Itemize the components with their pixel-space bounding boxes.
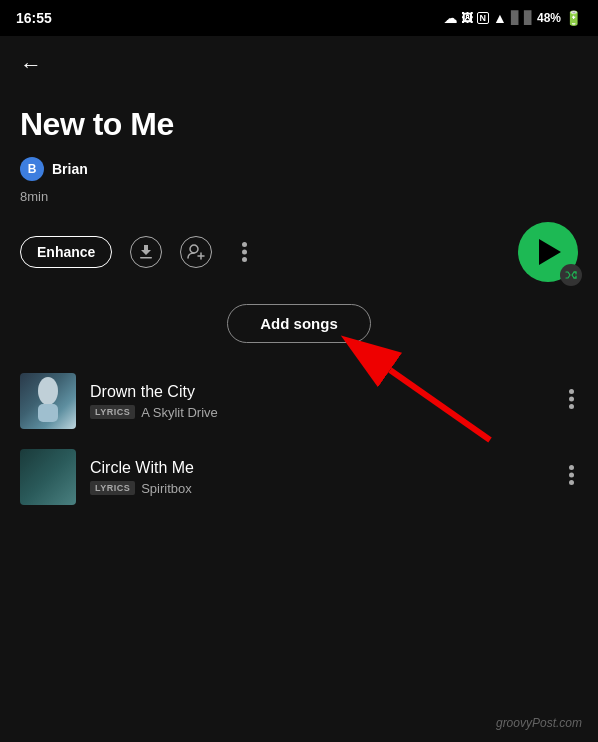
song-art-2 [20,449,76,505]
svg-rect-8 [38,404,58,422]
art-figure [28,376,68,426]
shuffle-icon [565,269,577,281]
more-dots-icon [242,242,247,262]
owner-avatar: B [20,157,44,181]
signal-icon2: ▊ [524,11,533,25]
svg-point-6 [242,257,247,262]
enhance-button[interactable]: Enhance [20,236,112,268]
play-button-wrapper [518,222,578,282]
song-more-icon-1 [569,389,574,409]
song-artist-2: Spiritbox [141,481,192,496]
playlist-duration: 8min [20,189,578,204]
svg-point-11 [569,404,574,409]
status-time: 16:55 [16,10,52,26]
song-list: Drown the City LYRICS A Skylit Drive Cir… [0,363,598,515]
svg-point-4 [242,242,247,247]
image-icon: 🖼 [461,11,473,25]
status-icons: ☁ 🖼 N ▲ ▊ ▊ 48% 🔋 [444,10,582,26]
svg-point-5 [242,250,247,255]
main-content: ← New to Me B Brian 8min Enhance [0,36,598,282]
song-art-circle-with-me [20,449,76,505]
list-item: Circle With Me LYRICS Spiritbox [0,439,598,515]
back-arrow-icon: ← [20,52,42,77]
song-art-drown-city [20,373,76,429]
song-more-2[interactable] [565,461,578,494]
svg-point-7 [38,377,58,405]
song-info-1: Drown the City LYRICS A Skylit Drive [90,383,551,420]
controls-row: Enhance [20,222,578,282]
lyrics-badge-1: LYRICS [90,405,135,419]
owner-name[interactable]: Brian [52,161,88,177]
svg-point-14 [569,480,574,485]
battery-text: 48% [537,11,561,25]
svg-point-9 [569,389,574,394]
shuffle-badge [560,264,582,286]
song-artist-1: A Skylit Drive [141,405,218,420]
add-songs-button[interactable]: Add songs [227,304,371,343]
song-art-1 [20,373,76,429]
song-meta-1: LYRICS A Skylit Drive [90,405,551,420]
song-more-icon-2 [569,465,574,485]
add-user-icon [187,243,205,261]
back-button[interactable]: ← [20,52,42,78]
wifi-icon: ▲ [493,10,507,26]
signal-icon: ▊ [511,11,520,25]
nfc-icon: N [477,12,490,24]
owner-initial: B [28,162,37,176]
song-info-2: Circle With Me LYRICS Spiritbox [90,459,551,496]
battery-icon: 🔋 [565,10,582,26]
add-user-button[interactable] [180,236,212,268]
play-icon [539,239,561,265]
song-meta-2: LYRICS Spiritbox [90,481,551,496]
download-icon [138,244,154,260]
add-songs-container: Add songs [0,304,598,343]
status-bar: 16:55 ☁ 🖼 N ▲ ▊ ▊ 48% 🔋 [0,0,598,36]
svg-point-1 [190,245,198,253]
svg-point-12 [569,465,574,470]
download-button[interactable] [130,236,162,268]
svg-rect-0 [140,257,152,259]
song-more-1[interactable] [565,385,578,418]
svg-point-13 [569,472,574,477]
cloud-icon: ☁ [444,11,457,26]
svg-point-10 [569,396,574,401]
lyrics-badge-2: LYRICS [90,481,135,495]
song-title-2: Circle With Me [90,459,551,477]
artist-row: B Brian [20,157,578,181]
song-title-1: Drown the City [90,383,551,401]
more-options-button[interactable] [230,238,258,266]
playlist-title: New to Me [20,106,578,143]
watermark: groovyPost.com [496,716,582,730]
list-item: Drown the City LYRICS A Skylit Drive [0,363,598,439]
